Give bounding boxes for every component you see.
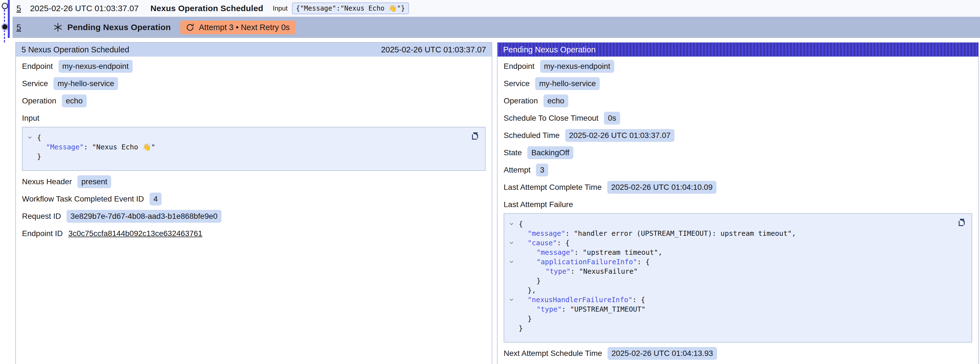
json-text: } [536,277,541,285]
panel-title: Pending Nexus Operation [503,45,596,54]
json-key: "type" [546,267,571,275]
json-text: : "upstream timeout", [574,248,662,256]
json-key: "nexusHandlerFailureInfo" [528,296,632,304]
field-label: Next Attempt Schedule Time [504,349,602,358]
json-code-line: "nexusHandlerFailureInfo": { [504,295,952,305]
field-value-badge: present [78,175,111,188]
panel-header: Pending Nexus Operation [498,43,978,57]
field-label: Operation [22,96,56,105]
json-key: "message" [536,248,574,256]
field-label: Scheduled Time [504,131,560,140]
field-workflow-task-completed-event-id: Workflow Task Completed Event ID 4 [22,190,485,208]
field-label: Workflow Task Completed Event ID [22,195,144,203]
json-code-line: } [22,152,466,161]
field-label: Input [22,114,39,123]
field-label: Attempt [504,166,530,174]
json-text: : { [557,239,570,247]
field-nexus-header: Nexus Header present [22,173,485,190]
field-label: Endpoint ID [22,229,63,238]
json-code-line: { [504,219,952,229]
field-value-badge: my-hello-service [54,77,118,90]
copy-icon [957,218,967,227]
json-text: : "Nexus Echo 👋" [84,143,155,151]
event-row-nexus-operation-scheduled[interactable]: 5 2025-02-26 UTC 01:03:37.07 Nexus Opera… [13,0,980,17]
pending-nexus-operation-panel: Pending Nexus Operation Endpoint my-nexu… [497,42,979,364]
json-text: { [519,220,523,228]
endpoint-id-link[interactable]: 3c0c75ccfa8144b092c13ce632463761 [68,229,202,238]
json-code-line: } [504,276,952,286]
last-attempt-failure-json-viewer: {"message": "handler error (UPSTREAM_TIM… [504,213,972,343]
input-json-viewer: {"Message": "Nexus Echo 👋"} [22,127,485,171]
json-key: "type" [536,305,562,313]
field-scheduled-time: Scheduled Time 2025-02-26 UTC 01:03:37.0… [504,127,972,144]
field-endpoint: Endpoint my-nexus-endpoint [504,58,972,75]
timeline-filled-dot-icon [1,23,9,32]
retry-icon [186,23,194,32]
event-name: Nexus Operation Scheduled [150,4,263,13]
field-label: Nexus Header [22,177,72,186]
field-value-badge: 2025-02-26 UTC 01:04:13.93 [608,347,717,360]
field-value-badge: 3e829b7e-7d67-4b08-aad3-b1e868bfe9e0 [67,210,221,223]
field-input-label: Input [22,110,485,127]
json-text: : "handler error (UPSTREAM_TIMEOUT): ups… [565,229,796,238]
attempt-retry-badge: Attempt 3 • Next Retry 0s [180,21,295,34]
field-value-badge: my-hello-service [535,77,600,90]
field-request-id: Request ID 3e829b7e-7d67-4b08-aad3-b1e86… [22,208,485,225]
field-attempt: Attempt 3 [504,161,972,179]
field-label: Schedule To Close Timeout [504,114,598,123]
json-text: : "NexusFailure" [571,267,638,275]
field-state: State BackingOff [504,144,972,161]
json-code-line: "cause": { [504,238,952,248]
json-text: { [37,134,41,142]
json-code-line: "type": "NexusFailure" [504,267,952,276]
json-code-line: } [504,324,952,333]
copy-button[interactable] [957,218,967,227]
collapse-chevron-icon[interactable] [27,135,33,140]
field-value-badge: 0s [604,112,620,125]
field-value-badge: 3 [536,164,548,176]
json-code-line: } [504,314,952,324]
field-label: State [504,148,522,157]
panel-header: 5 Nexus Operation Scheduled 2025-02-26 U… [16,43,492,57]
copy-button[interactable] [471,131,480,141]
field-next-attempt-schedule-time: Next Attempt Schedule Time 2025-02-26 UT… [504,345,972,362]
json-key: "cause" [528,239,557,247]
event-id-link[interactable]: 5 [16,4,21,13]
collapse-chevron-icon[interactable] [509,259,514,265]
active-event-indicator-bar [8,0,10,38]
event-history-rows: 5 2025-02-26 UTC 01:03:37.07 Nexus Opera… [13,0,980,38]
json-text: : "UPSTREAM_TIMEOUT" [562,305,646,313]
json-code-line: "message": "upstream timeout", [504,248,952,257]
field-last-attempt-complete-time: Last Attempt Complete Time 2025-02-26 UT… [504,179,972,196]
field-label: Service [22,79,48,88]
json-key: "message" [528,229,565,238]
field-value-badge: echo [62,94,87,107]
panel-body: Endpoint my-nexus-endpoint Service my-he… [16,57,492,242]
json-key: "applicationFailureInfo" [536,258,637,266]
input-label: Input [273,5,288,12]
json-code-line: "Message": "Nexus Echo 👋" [22,142,466,152]
json-code-line: "type": "UPSTREAM_TIMEOUT" [504,305,952,314]
attempt-retry-text: Attempt 3 • Next Retry 0s [199,23,290,32]
field-operation: Operation echo [504,92,972,110]
field-value-badge: my-nexus-endpoint [540,60,614,73]
field-label: Endpoint [504,62,535,71]
field-value-badge: echo [544,94,568,107]
collapse-chevron-icon[interactable] [509,297,514,302]
field-value-badge: 2025-02-26 UTC 01:04:10.09 [607,181,716,194]
collapse-chevron-icon[interactable] [509,221,514,227]
json-text: : { [632,296,645,304]
event-id-link[interactable]: 5 [16,22,21,32]
copy-icon [471,131,480,141]
field-endpoint-id: Endpoint ID 3c0c75ccfa8144b092c13ce63246… [22,225,485,242]
event-timestamp: 2025-02-26 UTC 01:03:37.07 [30,4,139,13]
field-label: Request ID [22,212,61,221]
json-text: } [37,152,41,161]
field-label: Endpoint [22,62,53,71]
field-label: Last Attempt Failure [504,200,573,209]
collapse-chevron-icon[interactable] [509,240,514,246]
timeline-open-circle-icon [1,2,9,11]
event-row-pending-nexus-operation[interactable]: 5 Pending Nexus Operation Attempt 3 • Ne… [13,17,980,38]
panel-body: Endpoint my-nexus-endpoint Service my-he… [498,57,978,362]
field-value-badge: 2025-02-26 UTC 01:03:37.07 [565,129,675,142]
